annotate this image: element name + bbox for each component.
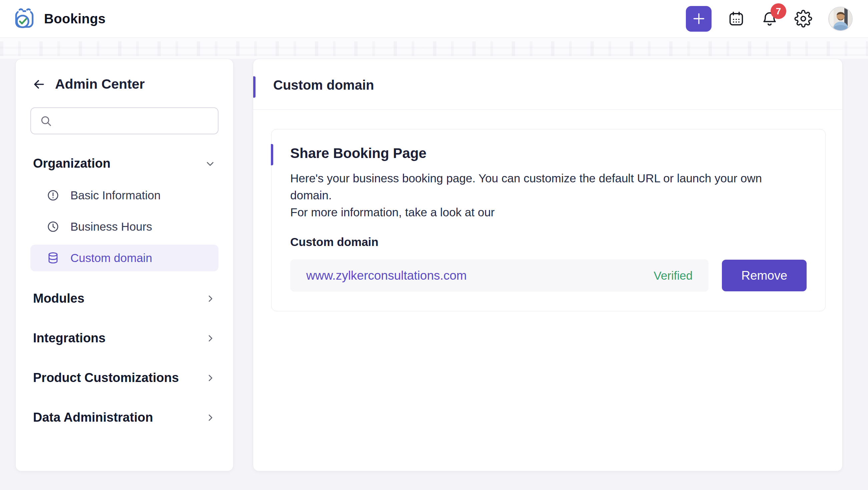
verified-status-badge: Verified bbox=[653, 269, 692, 282]
notification-count-badge: 7 bbox=[771, 3, 786, 19]
custom-domain-field-label: Custom domain bbox=[290, 235, 807, 249]
chevron-right-icon bbox=[205, 412, 216, 423]
sidebar-search[interactable] bbox=[30, 107, 218, 134]
settings-button[interactable] bbox=[794, 10, 812, 28]
sidebar-title: Admin Center bbox=[55, 76, 145, 92]
topbar-actions: 7 bbox=[686, 6, 852, 32]
domain-row: www.zylkerconsultations.com Verified Rem… bbox=[290, 259, 807, 292]
calendar-button[interactable] bbox=[727, 10, 745, 27]
card-description: Here's your business booking page. You c… bbox=[290, 170, 807, 221]
alert-circle-icon bbox=[46, 189, 60, 202]
notifications-button[interactable]: 7 bbox=[761, 10, 778, 27]
top-bar: Bookings bbox=[0, 0, 868, 38]
sidebar-section-organization[interactable]: Organization bbox=[30, 156, 218, 171]
organization-items: Basic Information Business Hours bbox=[30, 182, 218, 271]
sidebar-section-modules[interactable]: Modules bbox=[30, 279, 218, 318]
database-icon bbox=[46, 251, 60, 265]
background-ghost-strip bbox=[0, 38, 868, 59]
chevron-right-icon bbox=[205, 293, 216, 304]
sidebar-section-product-customizations[interactable]: Product Customizations bbox=[30, 358, 218, 398]
organization-label: Organization bbox=[33, 156, 111, 171]
sidebar-item-custom-domain[interactable]: Custom domain bbox=[30, 245, 218, 271]
title-accent-bar bbox=[253, 76, 255, 98]
admin-sidebar: Admin Center Organization bbox=[16, 59, 234, 471]
sidebar-collapsed-sections: Modules Integrations Product Customizati… bbox=[30, 279, 218, 437]
share-booking-page-card: Share Booking Page Here's your business … bbox=[271, 129, 826, 311]
card-description-line2: For more information, take a look at our bbox=[290, 204, 807, 221]
arrow-left-icon bbox=[32, 77, 46, 92]
card-title: Share Booking Page bbox=[290, 145, 807, 161]
plus-icon bbox=[691, 11, 706, 26]
calendar-icon bbox=[727, 10, 745, 27]
domain-url-link[interactable]: www.zylkerconsultations.com bbox=[306, 269, 467, 283]
remove-domain-button[interactable]: Remove bbox=[722, 260, 807, 291]
page-header: Custom domain bbox=[253, 59, 842, 109]
gear-icon bbox=[794, 10, 812, 28]
custom-domain-panel: Custom domain Share Booking Page Here's … bbox=[253, 59, 843, 471]
create-booking-button[interactable] bbox=[686, 6, 712, 32]
card-description-line1: Here's your business booking page. You c… bbox=[290, 170, 807, 204]
admin-center-back[interactable]: Admin Center bbox=[30, 76, 218, 92]
chevron-down-icon bbox=[205, 158, 216, 169]
user-avatar[interactable] bbox=[828, 7, 852, 31]
header-divider bbox=[253, 109, 842, 110]
search-icon bbox=[40, 115, 52, 127]
chevron-right-icon bbox=[205, 373, 216, 383]
sidebar-item-basic-information[interactable]: Basic Information bbox=[30, 182, 218, 209]
content-layout: Admin Center Organization bbox=[16, 59, 843, 471]
sidebar-item-label: Business Hours bbox=[70, 220, 152, 233]
sidebar-item-label: Basic Information bbox=[70, 189, 160, 202]
sidebar-section-data-administration[interactable]: Data Administration bbox=[30, 398, 218, 437]
page-title: Custom domain bbox=[273, 78, 822, 93]
domain-value-box: www.zylkerconsultations.com Verified bbox=[290, 259, 709, 292]
app-title: Bookings bbox=[44, 11, 106, 26]
search-input[interactable] bbox=[58, 115, 209, 128]
sidebar-item-business-hours[interactable]: Business Hours bbox=[30, 213, 218, 240]
clock-icon bbox=[46, 220, 60, 233]
bookings-calendar-check-icon bbox=[13, 8, 35, 30]
chevron-right-icon bbox=[205, 333, 216, 344]
brand-home-link[interactable]: Bookings bbox=[13, 8, 106, 30]
sidebar-item-label: Custom domain bbox=[70, 251, 152, 265]
sidebar-section-integrations[interactable]: Integrations bbox=[30, 318, 218, 358]
card-accent-bar bbox=[271, 144, 273, 165]
